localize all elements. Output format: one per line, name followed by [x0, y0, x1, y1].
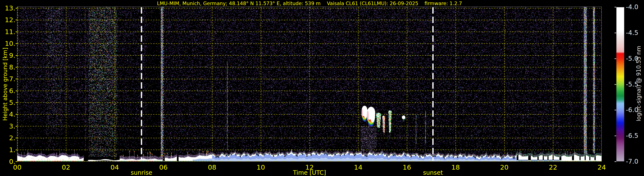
y-tick-label: 1.: [0, 146, 16, 153]
y-tick-label: 2.: [0, 134, 16, 142]
colorbar-tick-mark: [614, 33, 616, 33]
colorbar-tick-mark: [614, 58, 616, 59]
y-tick-label: 3.: [0, 122, 16, 130]
y-tick-mark: [16, 102, 17, 103]
colorbar-tick-label: -7.0: [626, 158, 644, 165]
y-tick-mark: [16, 138, 17, 138]
colorbar-tick-mark: [614, 84, 616, 85]
y-tick-mark: [16, 126, 17, 127]
colorbar-tick-mark: [614, 136, 616, 136]
y-tick-label: 12.: [0, 16, 16, 23]
y-tick-label: 11.: [0, 28, 16, 35]
y-tick-label: 7.: [0, 75, 16, 83]
colorbar-tick-mark: [614, 110, 616, 110]
sunrise-label: sunrise: [120, 169, 163, 176]
sunset-label: sunset: [412, 169, 454, 176]
y-tick-label: 8.: [0, 64, 16, 71]
colorbar-tick-label: -4.5: [626, 29, 644, 36]
x-axis-label: Time [UTC]: [17, 169, 602, 176]
plot-canvas: [17, 7, 602, 162]
y-tick-mark: [16, 43, 17, 44]
y-tick-label: 5.: [0, 99, 16, 106]
y-tick-mark: [16, 67, 17, 68]
y-tick-label: 13.: [0, 4, 16, 12]
y-tick-label: 9.: [0, 52, 16, 59]
y-tick-mark: [16, 20, 17, 20]
y-tick-label: 6.: [0, 87, 16, 94]
y-tick-mark: [16, 90, 17, 91]
colorbar-tick-label: -6.5: [626, 132, 644, 139]
colorbar-tick-mark: [614, 161, 616, 162]
y-tick-mark: [16, 8, 17, 8]
y-tick-mark: [16, 114, 17, 115]
ceilometer-quicklook-page: LMU-MIM, Munich, Germany; 48.148° N 11.5…: [0, 0, 644, 176]
page-title: LMU-MIM, Munich, Germany; 48.148° N 11.5…: [17, 1, 602, 6]
colorbar-tick-label: -4.0: [626, 3, 644, 11]
y-tick-mark: [16, 79, 17, 79]
y-tick-label: 10.: [0, 40, 16, 47]
y-tick-mark: [16, 150, 17, 150]
y-tick-label: 4.: [0, 111, 16, 118]
y-tick-mark: [16, 161, 17, 162]
colorbar: [616, 7, 624, 162]
colorbar-tick-mark: [614, 7, 616, 7]
colorbar-label: log(rc-signal) @ 910.55 nm: [636, 46, 642, 121]
y-tick-mark: [16, 31, 17, 32]
y-tick-mark: [16, 55, 17, 56]
